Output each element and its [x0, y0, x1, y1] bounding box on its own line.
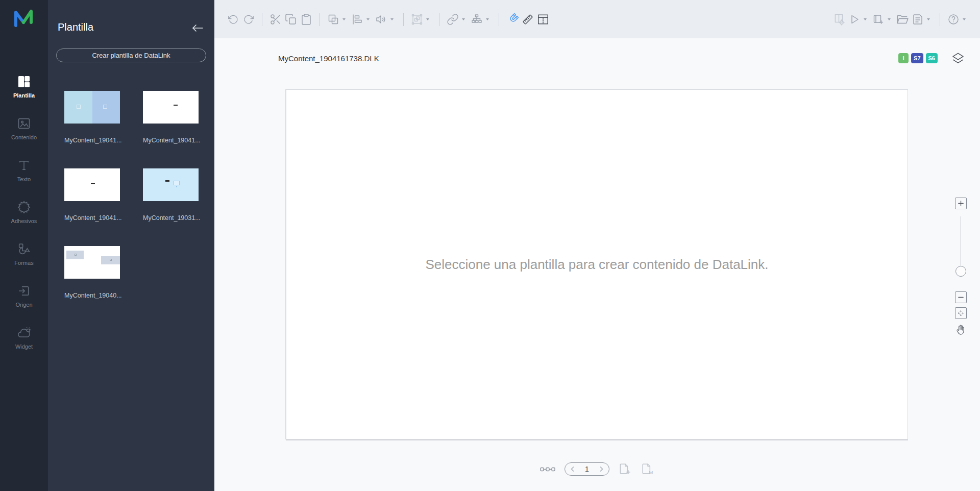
layers-button[interactable] — [950, 51, 966, 66]
page-number-pill: 1 — [565, 462, 609, 476]
toolbar-divider — [499, 13, 499, 26]
zoom-out-icon — [958, 294, 964, 301]
align-icon — [350, 11, 365, 28]
sidebar-item-label: Widget — [15, 343, 33, 350]
arrange-menu-button[interactable] — [326, 11, 348, 28]
collapse-panel-button[interactable] — [190, 22, 204, 34]
template-label: MyContent_19040... — [64, 292, 120, 299]
snap-magnet-button[interactable] — [505, 11, 520, 28]
open-button[interactable] — [895, 11, 910, 28]
toolbar-divider — [439, 13, 439, 26]
add-region-menu-button[interactable] — [871, 11, 893, 28]
redo-button[interactable] — [241, 11, 256, 28]
template-label: MyContent_19041... — [64, 214, 120, 222]
group-menu-button[interactable] — [409, 11, 431, 28]
template-label: MyContent_19041... — [143, 137, 199, 144]
paste-icon — [300, 13, 312, 26]
sidebar-item-texto[interactable]: Texto — [0, 149, 48, 191]
zoom-slider-handle[interactable] — [955, 266, 966, 277]
svg-text:M: M — [649, 470, 653, 475]
zoom-in-button[interactable] — [955, 198, 967, 209]
ruler-button[interactable] — [520, 11, 535, 28]
chevron-down-icon — [426, 18, 429, 20]
sidebar-item-adhesivos[interactable]: Adhesivos — [0, 191, 48, 233]
help-icon — [946, 11, 961, 28]
hierarchy-menu-button[interactable] — [469, 11, 491, 28]
template-card[interactable]: MyContent_19031... — [143, 168, 199, 222]
link-menu-button[interactable] — [445, 11, 467, 28]
add-region-icon — [871, 11, 886, 28]
fit-screen-icon — [957, 309, 965, 317]
design-canvas[interactable]: Seleccione una plantilla para crear cont… — [286, 89, 908, 439]
template-label: MyContent_19031... — [143, 214, 199, 222]
template-icon — [17, 75, 31, 89]
pages-overview-icon — [540, 466, 555, 473]
link-icon — [445, 11, 460, 28]
panel-title: Plantilla — [58, 21, 93, 33]
align-menu-button[interactable] — [350, 11, 372, 28]
create-datalink-template-button[interactable]: Crear plantilla de DataLink — [56, 48, 206, 62]
template-card[interactable]: MyContent_19041... — [64, 91, 120, 144]
open-folder-icon — [896, 13, 909, 26]
prev-page-button[interactable] — [570, 466, 575, 472]
sidebar-item-formas[interactable]: Formas — [0, 233, 48, 275]
widget-icon — [17, 326, 31, 340]
table-button[interactable] — [535, 11, 551, 28]
ruler-icon — [521, 13, 534, 26]
paste-button[interactable] — [299, 11, 314, 28]
next-page-button[interactable] — [599, 466, 604, 472]
current-page-number: 1 — [585, 465, 589, 473]
pages-overview-button[interactable] — [540, 466, 555, 473]
toolbar-divider — [320, 13, 320, 26]
chevron-down-icon — [390, 18, 394, 20]
sidebar-item-widget[interactable]: Widget — [0, 316, 48, 358]
pan-hand-button[interactable] — [955, 324, 966, 336]
fit-screen-button[interactable] — [955, 307, 967, 319]
preview-menu-button[interactable] — [847, 11, 869, 28]
copy-icon — [285, 13, 297, 26]
add-page-icon — [619, 462, 632, 476]
template-card[interactable]: MyContent_19041... — [143, 91, 199, 144]
save-menu-button[interactable] — [910, 11, 932, 28]
main-toolbar — [214, 0, 980, 38]
sidebar-item-label: Origen — [15, 302, 32, 308]
master-page-button[interactable]: M — [641, 462, 654, 476]
source-icon — [17, 284, 31, 298]
cut-icon — [270, 13, 282, 26]
sidebar-item-label: Texto — [17, 176, 31, 182]
table-icon — [536, 13, 550, 26]
content-icon — [17, 116, 31, 131]
zoom-in-icon — [958, 200, 964, 207]
cut-button[interactable] — [268, 11, 283, 28]
display-settings-button[interactable] — [831, 11, 847, 28]
sidebar-item-plantilla[interactable]: Plantilla — [0, 65, 48, 107]
audio-menu-button[interactable] — [374, 11, 396, 28]
sidebar-nav: Plantilla Contenido Texto — [0, 65, 48, 358]
help-menu-button[interactable] — [946, 11, 968, 28]
app-logo — [12, 8, 35, 29]
status-badge: I — [898, 53, 909, 63]
template-thumbnail — [143, 91, 199, 124]
zoom-out-button[interactable] — [955, 291, 967, 303]
audio-icon — [374, 11, 389, 28]
chevron-down-icon — [342, 18, 346, 20]
zoom-slider[interactable] — [955, 216, 967, 278]
copy-button[interactable] — [283, 11, 299, 28]
chevron-down-icon — [462, 18, 465, 20]
hierarchy-icon — [469, 11, 484, 28]
template-card[interactable]: MyContent_19041... — [64, 168, 120, 222]
template-label: MyContent_19041... — [64, 137, 120, 144]
undo-button[interactable] — [226, 11, 241, 28]
template-thumbnail — [64, 91, 120, 124]
magnet-icon — [506, 13, 519, 26]
pan-hand-icon — [955, 324, 966, 336]
sidebar-item-contenido[interactable]: Contenido — [0, 107, 48, 149]
add-page-button[interactable] — [619, 462, 632, 476]
text-icon — [17, 158, 31, 173]
sidebar-item-origen[interactable]: Origen — [0, 275, 48, 316]
prev-page-icon — [570, 466, 575, 472]
page-controls: 1 M — [540, 462, 654, 476]
shapes-icon — [17, 242, 31, 256]
template-card[interactable]: MyContent_19040... — [64, 246, 120, 299]
sidebar-item-label: Plantilla — [13, 92, 35, 99]
